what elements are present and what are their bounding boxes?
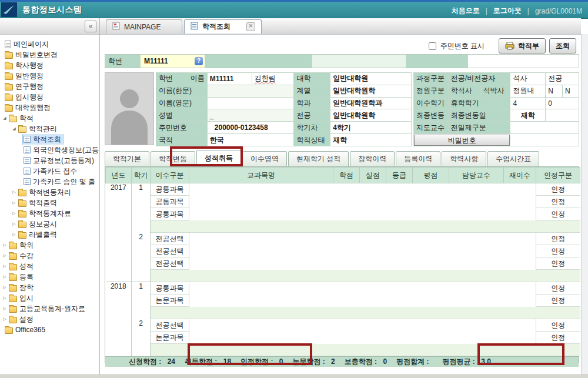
tree-collapsed-icon[interactable]: ▷ xyxy=(11,200,17,205)
sidebar-item-12[interactable]: 가족카드 접수 xyxy=(0,166,99,176)
folder-icon xyxy=(5,95,13,101)
student-id-value: M11111 xyxy=(208,73,252,85)
sidebar-item-20[interactable]: ▷수강 xyxy=(0,250,99,261)
tree-collapsed-icon[interactable]: ▷ xyxy=(11,232,17,237)
tree-expanded-icon[interactable]: ◢ xyxy=(11,126,17,131)
field-label: 최종변동일 xyxy=(449,109,511,122)
logout-link[interactable]: 로그아웃 xyxy=(493,6,522,16)
sidebar-item-27[interactable]: Office365 xyxy=(0,325,99,335)
detail-tab-0[interactable]: 학적기본 xyxy=(105,151,149,166)
application-window: 통합정보시스템 처음으로 | 로그아웃 | grad/GL0001M « 메인페… xyxy=(0,0,588,378)
tree-collapsed-icon[interactable]: ▷ xyxy=(11,190,17,195)
sidebar-item-3[interactable]: 일반행정 xyxy=(0,71,99,81)
field-value: 정원내 xyxy=(510,85,546,98)
grid-icon xyxy=(24,136,31,143)
close-tab-icon[interactable]: ✕ xyxy=(246,22,255,31)
silhouette-body xyxy=(111,111,148,145)
field-label: 최종변동 xyxy=(414,109,449,122)
sidebar-item-8[interactable]: ◢학적관리 xyxy=(0,123,99,134)
summary-label: 인정학점 xyxy=(240,357,269,366)
sidebar-item-9[interactable]: 학적조회 xyxy=(0,134,99,145)
sidebar-item-19[interactable]: ▷학위 xyxy=(0,240,99,250)
sidebar-item-16[interactable]: ▷학적통계자료 xyxy=(0,208,99,219)
sidebar-item-body: 비밀번호변경 xyxy=(4,49,60,60)
sidebar: « 메인페이지비밀번호변경학사행정일반행정연구행정입시행정대학원행정◢학적◢학적… xyxy=(0,18,100,374)
tree-collapsed-icon[interactable]: ▷ xyxy=(2,285,8,290)
detail-tab-8[interactable]: 수업시간표 xyxy=(487,151,539,166)
field-label: 계열 xyxy=(294,85,330,98)
detail-tab-2[interactable]: 성적취득 xyxy=(196,150,241,166)
name-label: 이름 xyxy=(191,73,205,83)
query-button[interactable]: 조회 xyxy=(549,38,576,53)
logo-swoosh-icon xyxy=(1,2,17,17)
sidebar-item-1[interactable]: 비밀번호변경 xyxy=(0,49,99,60)
tree-expanded-icon[interactable]: ◢ xyxy=(2,116,8,121)
sidebar-item-11[interactable]: 교류정보(고등통계) xyxy=(0,155,99,166)
sidebar-item-22[interactable]: ▷등록 xyxy=(0,272,99,282)
sidebar-item-24[interactable]: ▷입시 xyxy=(0,293,99,303)
sidebar-item-label: 성적 xyxy=(19,262,34,272)
tree-collapsed-icon[interactable]: ▷ xyxy=(2,253,8,258)
sidebar-item-17[interactable]: ▷정보공시 xyxy=(0,219,99,229)
sidebar-collapse-button[interactable]: « xyxy=(85,21,96,32)
grades-column-header: 학점 xyxy=(333,168,360,183)
field-value: 재학 xyxy=(510,109,546,122)
tree-collapsed-icon[interactable]: ▷ xyxy=(2,296,8,300)
sidebar-header: « xyxy=(0,18,99,35)
sidebar-item-5[interactable]: 입시행정 xyxy=(0,92,99,102)
tree-collapsed-icon[interactable]: ▷ xyxy=(2,306,8,311)
tree-collapsed-icon[interactable]: ▷ xyxy=(11,211,17,216)
vertical-scrollbar[interactable] xyxy=(581,34,588,374)
student-record-button[interactable]: 학적부 xyxy=(499,38,546,53)
tree-collapsed-icon[interactable]: ▷ xyxy=(2,317,8,322)
sidebar-item-2[interactable]: 학사행정 xyxy=(0,60,99,71)
sidebar-item-6[interactable]: 대학원행정 xyxy=(0,102,99,113)
sidebar-item-10[interactable]: 외국인학생정보(고등 xyxy=(0,145,99,155)
window-tab-hakjeok-johoe[interactable]: 학적조회 ✕ xyxy=(184,19,262,34)
detail-tab-1[interactable]: 학적변동 xyxy=(151,151,195,166)
detail-tab-3[interactable]: 이수영역 xyxy=(242,151,287,166)
sidebar-item-23[interactable]: ▷장학 xyxy=(0,282,99,293)
sidebar-item-15[interactable]: ▷학적출력 xyxy=(0,198,99,208)
search-bar-cell xyxy=(406,55,468,68)
detail-tab-4[interactable]: 현재학기 성적 xyxy=(288,151,349,166)
field-value: 일반대학원 xyxy=(330,73,412,85)
sidebar-item-0[interactable]: 메인페이지 xyxy=(0,39,99,49)
sidebar-item-21[interactable]: ▷성적 xyxy=(0,261,99,272)
student-info-panel: 학번 이름 M11111 김한림 대학 일반대학원 이름(한문) 계열 일반대학… xyxy=(105,72,579,146)
sidebar-item-18[interactable]: ▷라벨출력 xyxy=(0,229,99,240)
sidebar-item-14[interactable]: ▷학적변동처리 xyxy=(0,187,99,198)
sidebar-item-body: 학적조회 xyxy=(22,134,64,145)
summary-colon: : xyxy=(470,357,477,366)
tree-collapsed-icon[interactable]: ▷ xyxy=(2,243,8,247)
sidebar-item-26[interactable]: ▷설정 xyxy=(0,314,99,325)
sidebar-item-7[interactable]: ◢학적 xyxy=(0,113,99,123)
summary-value: 2 xyxy=(331,357,335,366)
tree-collapsed-icon[interactable]: ▷ xyxy=(2,264,8,269)
sidebar-item-4[interactable]: 연구행정 xyxy=(0,81,99,92)
student-id-input[interactable] xyxy=(141,57,190,65)
detail-tab-7[interactable]: 학력사항 xyxy=(442,151,486,166)
grades-empty-cell xyxy=(189,295,536,307)
show-resident-number-checkbox[interactable] xyxy=(429,42,436,50)
header-links: 처음으로 | 로그아웃 | grad/GL0001M xyxy=(452,6,582,16)
detail-tab-5[interactable]: 장학이력 xyxy=(350,151,395,166)
tree-collapsed-icon[interactable]: ▷ xyxy=(2,275,8,279)
sidebar-item-body: 학위 xyxy=(8,240,36,250)
summary-bar: 신청학점 : 24취득학점 : 18인정학점 : 0논문학점 : 2보충학점 :… xyxy=(105,356,579,367)
home-link[interactable]: 처음으로 xyxy=(452,6,480,16)
sidebar-item-body: 연구행정 xyxy=(4,81,46,92)
grades-course-type-cell: 공통과목 xyxy=(151,196,189,208)
summary-label: 평점평균 xyxy=(442,357,470,366)
sidebar-item-body: 장학 xyxy=(8,282,36,293)
detail-tab-6[interactable]: 등록이력 xyxy=(396,151,440,166)
summary-colon: : xyxy=(269,357,275,366)
sidebar-item-13[interactable]: 가족카드 승인 및 출 xyxy=(0,176,99,187)
window-tab-mainpage[interactable]: MAINPAGE xyxy=(106,19,182,34)
tree-collapsed-icon[interactable]: ▷ xyxy=(11,222,17,226)
password-button[interactable]: 비밀번호 xyxy=(414,135,510,146)
help-icon[interactable]: ? xyxy=(195,57,203,65)
grades-separator-row xyxy=(106,270,580,282)
grades-row: 논문과목인정 xyxy=(106,332,580,344)
sidebar-item-25[interactable]: ▷고등교육통계-원자료 xyxy=(0,303,99,314)
